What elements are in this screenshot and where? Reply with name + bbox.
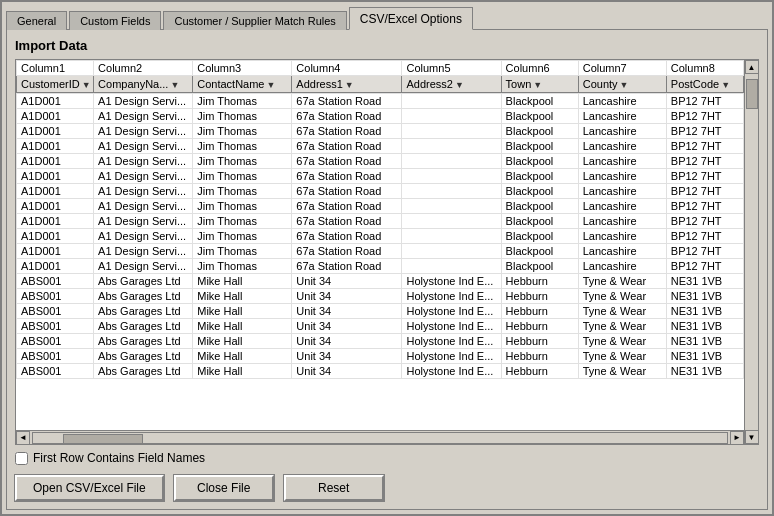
- table-row: A1D001A1 Design Servi...Jim Thomas67a St…: [17, 169, 744, 184]
- table-cell: [402, 169, 501, 184]
- button-row: Open CSV/Excel File Close File Reset: [15, 475, 759, 501]
- close-file-button[interactable]: Close File: [174, 475, 274, 501]
- table-cell: Abs Garages Ltd: [94, 334, 193, 349]
- table-cell: A1 Design Servi...: [94, 109, 193, 124]
- table-cell: Jim Thomas: [193, 199, 292, 214]
- section-title: Import Data: [15, 38, 759, 53]
- h-scroll-right-btn[interactable]: ►: [730, 431, 744, 445]
- reset-button[interactable]: Reset: [284, 475, 384, 501]
- table-cell: Tyne & Wear: [578, 334, 666, 349]
- sort-arrow-1: ▼: [170, 80, 179, 90]
- header-address2[interactable]: Address2▼: [402, 76, 501, 93]
- table-cell: NE31 1VB: [666, 289, 743, 304]
- h-scrollbar-thumb[interactable]: [63, 434, 143, 444]
- table-cell: A1D001: [17, 214, 94, 229]
- table-cell: Unit 34: [292, 319, 402, 334]
- tab-csv-excel[interactable]: CSV/Excel Options: [349, 7, 473, 30]
- table-cell: Tyne & Wear: [578, 289, 666, 304]
- v-scrollbar-track[interactable]: [745, 74, 759, 430]
- table-cell: [402, 214, 501, 229]
- data-table-container: Column1 Column2 Column3 Column4 Column5 …: [15, 59, 759, 445]
- table-cell: 67a Station Road: [292, 229, 402, 244]
- tab-general[interactable]: General: [6, 11, 67, 30]
- table-cell: 67a Station Road: [292, 154, 402, 169]
- table-cell: Unit 34: [292, 349, 402, 364]
- table-cell: A1D001: [17, 199, 94, 214]
- table-cell: Holystone Ind E...: [402, 274, 501, 289]
- header-postcode[interactable]: PostCode▼: [666, 76, 743, 93]
- table-cell: A1 Design Servi...: [94, 139, 193, 154]
- table-cell: Hebburn: [501, 304, 578, 319]
- table-cell: Unit 34: [292, 364, 402, 379]
- header-contactname[interactable]: ContactName▼: [193, 76, 292, 93]
- table-cell: ABS001: [17, 274, 94, 289]
- v-scroll-up-btn[interactable]: ▲: [745, 60, 759, 74]
- table-cell: 67a Station Road: [292, 109, 402, 124]
- table-cell: Lancashire: [578, 109, 666, 124]
- h-scrollbar-area: ◄ ►: [16, 430, 744, 444]
- data-header-row[interactable]: CustomerID▼ CompanyNa...▼ ContactName▼ A…: [17, 76, 744, 93]
- table-row: ABS001Abs Garages LtdMike HallUnit 34Hol…: [17, 349, 744, 364]
- table-cell: Lancashire: [578, 139, 666, 154]
- header-companyname[interactable]: CompanyNa...▼: [94, 76, 193, 93]
- table-cell: A1 Design Servi...: [94, 184, 193, 199]
- table-cell: Jim Thomas: [193, 109, 292, 124]
- table-cell: Lancashire: [578, 199, 666, 214]
- table-row: A1D001A1 Design Servi...Jim Thomas67a St…: [17, 199, 744, 214]
- table-cell: Blackpool: [501, 124, 578, 139]
- table-row: A1D001A1 Design Servi...Jim Thomas67a St…: [17, 244, 744, 259]
- table-cell: Jim Thomas: [193, 94, 292, 109]
- tab-bar: General Custom Fields Customer / Supplie…: [2, 2, 772, 29]
- table-cell: Lancashire: [578, 184, 666, 199]
- table-cell: BP12 7HT: [666, 94, 743, 109]
- table-cell: [402, 184, 501, 199]
- table-cell: Hebburn: [501, 349, 578, 364]
- table-cell: NE31 1VB: [666, 274, 743, 289]
- col-label-3: Column4: [292, 61, 402, 76]
- table-cell: Hebburn: [501, 289, 578, 304]
- col-label-0: Column1: [17, 61, 94, 76]
- table-body-scroll[interactable]: A1D001A1 Design Servi...Jim Thomas67a St…: [16, 93, 744, 430]
- table-cell: Mike Hall: [193, 364, 292, 379]
- open-csv-button[interactable]: Open CSV/Excel File: [15, 475, 164, 501]
- table-cell: Jim Thomas: [193, 229, 292, 244]
- table-cell: ABS001: [17, 319, 94, 334]
- tab-custom-fields[interactable]: Custom Fields: [69, 11, 161, 30]
- tab-match-rules[interactable]: Customer / Supplier Match Rules: [163, 11, 346, 30]
- table-row: ABS001Abs Garages LtdMike HallUnit 34Hol…: [17, 274, 744, 289]
- first-row-checkbox[interactable]: [15, 452, 28, 465]
- table-cell: Holystone Ind E...: [402, 304, 501, 319]
- v-scroll-down-btn[interactable]: ▼: [745, 430, 759, 444]
- header-address1[interactable]: Address1▼: [292, 76, 402, 93]
- table-cell: BP12 7HT: [666, 109, 743, 124]
- table-cell: A1 Design Servi...: [94, 229, 193, 244]
- header-customerid[interactable]: CustomerID▼: [17, 76, 94, 93]
- table-row: A1D001A1 Design Servi...Jim Thomas67a St…: [17, 94, 744, 109]
- table-cell: 67a Station Road: [292, 259, 402, 274]
- h-scroll-left-btn[interactable]: ◄: [16, 431, 30, 445]
- table-row: A1D001A1 Design Servi...Jim Thomas67a St…: [17, 229, 744, 244]
- sort-arrow-2: ▼: [266, 80, 275, 90]
- sort-arrow-4: ▼: [455, 80, 464, 90]
- table-cell: Hebburn: [501, 274, 578, 289]
- header-town[interactable]: Town▼: [501, 76, 578, 93]
- table-cell: [402, 109, 501, 124]
- sort-arrow-6: ▼: [620, 80, 629, 90]
- table-cell: Abs Garages Ltd: [94, 289, 193, 304]
- table-cell: Lancashire: [578, 244, 666, 259]
- table-row: ABS001Abs Garages LtdMike HallUnit 34Hol…: [17, 334, 744, 349]
- table-cell: A1 Design Servi...: [94, 169, 193, 184]
- table-cell: ABS001: [17, 349, 94, 364]
- table-cell: BP12 7HT: [666, 244, 743, 259]
- h-scrollbar-track[interactable]: [32, 432, 728, 444]
- table-cell: Blackpool: [501, 109, 578, 124]
- table-cell: A1D001: [17, 94, 94, 109]
- table-cell: A1 Design Servi...: [94, 244, 193, 259]
- table-cell: NE31 1VB: [666, 304, 743, 319]
- table-cell: Tyne & Wear: [578, 274, 666, 289]
- table-cell: Unit 34: [292, 289, 402, 304]
- v-scrollbar-thumb[interactable]: [746, 79, 758, 109]
- table-cell: ABS001: [17, 364, 94, 379]
- table-cell: NE31 1VB: [666, 349, 743, 364]
- header-county[interactable]: County▼: [578, 76, 666, 93]
